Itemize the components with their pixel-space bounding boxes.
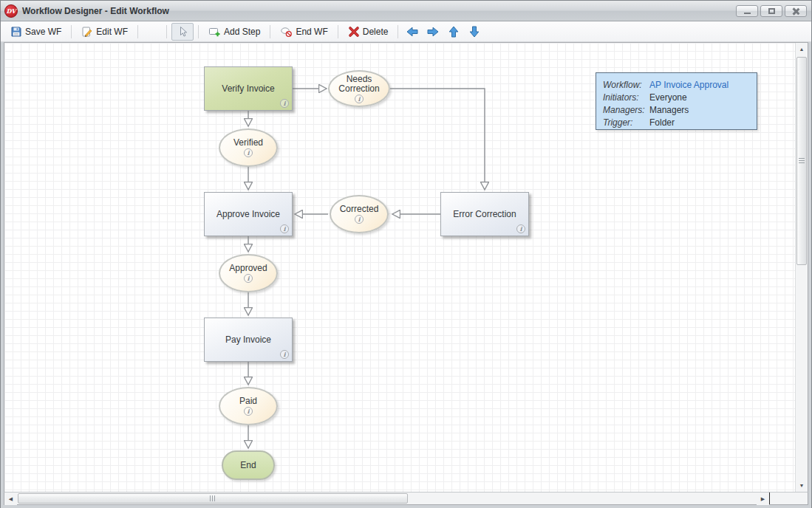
info-label: Workflow: bbox=[603, 80, 649, 90]
info-icon[interactable]: i bbox=[280, 224, 289, 233]
info-icon[interactable]: i bbox=[280, 99, 289, 108]
vertical-scroll-thumb[interactable] bbox=[796, 57, 807, 265]
scrollbar-corner bbox=[769, 492, 808, 504]
vertical-scrollbar[interactable]: ▲ ▼ bbox=[795, 43, 808, 492]
window-frame-bottom bbox=[1, 505, 811, 508]
move-right-button[interactable] bbox=[423, 23, 443, 41]
move-down-button[interactable] bbox=[465, 23, 484, 41]
horizontal-scroll-thumb[interactable] bbox=[18, 493, 408, 504]
node-pay-invoice[interactable]: Pay Invoice i bbox=[204, 318, 293, 362]
info-icon[interactable]: i bbox=[280, 350, 289, 359]
close-icon bbox=[792, 7, 799, 15]
info-icon[interactable]: i bbox=[244, 274, 253, 283]
node-end[interactable]: End bbox=[222, 450, 275, 480]
workflow-info-panel: Workflow: AP Invoice Approval Initiators… bbox=[596, 72, 757, 130]
pencil-document-icon bbox=[81, 26, 93, 38]
delete-label: Delete bbox=[363, 27, 389, 37]
app-logo-icon: DV bbox=[4, 4, 18, 18]
toolbar-separator bbox=[137, 25, 138, 38]
toolbar-separator bbox=[166, 25, 167, 38]
node-corrected[interactable]: Corrected i bbox=[330, 195, 389, 233]
save-wf-label: Save WF bbox=[25, 27, 61, 37]
node-approve-invoice[interactable]: Approve Invoice i bbox=[204, 192, 293, 236]
red-x-icon bbox=[348, 26, 360, 38]
node-paid[interactable]: Paid i bbox=[219, 387, 278, 425]
arrow-up-icon bbox=[448, 26, 460, 38]
window-title: Workflow Designer - Edit Workflow bbox=[22, 6, 736, 16]
node-verify-invoice[interactable]: Verify Invoice i bbox=[204, 66, 293, 111]
move-up-button[interactable] bbox=[444, 23, 463, 41]
toolbar-separator bbox=[198, 25, 199, 38]
toolbar-separator bbox=[71, 25, 72, 38]
floppy-disk-icon bbox=[10, 26, 22, 38]
end-wf-button[interactable]: End WF bbox=[275, 23, 332, 41]
workflow-canvas[interactable]: Verify Invoice i Needs Correction i Veri… bbox=[4, 43, 795, 492]
info-label: Initiators: bbox=[603, 92, 649, 103]
node-label: Verify Invoice bbox=[222, 83, 274, 94]
rectangle-plus-icon bbox=[208, 26, 221, 38]
selection-arrow-icon bbox=[177, 26, 188, 38]
arrow-down-icon bbox=[468, 26, 480, 38]
edit-wf-button[interactable]: Edit WF bbox=[76, 23, 133, 41]
scroll-down-button[interactable]: ▼ bbox=[796, 479, 808, 492]
designer-main: Verify Invoice i Needs Correction i Veri… bbox=[4, 42, 808, 492]
scroll-right-icon: ▶ bbox=[761, 496, 765, 502]
node-approved[interactable]: Approved i bbox=[219, 254, 278, 292]
node-error-correction[interactable]: Error Correction i bbox=[440, 192, 529, 236]
toolbar-separator bbox=[338, 25, 338, 38]
node-label: Approved bbox=[229, 264, 267, 273]
end-wf-label: End WF bbox=[296, 27, 327, 37]
scroll-right-button[interactable]: ▶ bbox=[757, 492, 769, 505]
info-value: Folder bbox=[649, 117, 675, 128]
info-value: Everyone bbox=[649, 92, 687, 103]
move-left-button[interactable] bbox=[403, 23, 422, 41]
scroll-left-icon: ◀ bbox=[9, 496, 13, 502]
maximize-button[interactable] bbox=[760, 5, 782, 17]
info-row-workflow: Workflow: AP Invoice Approval bbox=[603, 78, 750, 91]
edit-wf-label: Edit WF bbox=[96, 27, 128, 37]
info-icon[interactable]: i bbox=[355, 215, 364, 224]
horizontal-scroll-track[interactable] bbox=[17, 492, 757, 504]
workflow-designer-window: DV Workflow Designer - Edit Workflow Sav… bbox=[0, 0, 812, 508]
info-label: Managers: bbox=[603, 105, 649, 115]
node-label: Needs Correction bbox=[330, 75, 389, 94]
info-value: Managers bbox=[649, 105, 689, 115]
workflow-name-link[interactable]: AP Invoice Approval bbox=[649, 80, 729, 90]
connector bbox=[390, 89, 485, 190]
thumb-grip-icon bbox=[210, 495, 216, 501]
info-row-managers: Managers: Managers bbox=[603, 103, 750, 116]
save-wf-button[interactable]: Save WF bbox=[5, 23, 66, 41]
node-label: Paid bbox=[239, 397, 257, 406]
scroll-up-button[interactable]: ▲ bbox=[796, 43, 808, 55]
node-verified[interactable]: Verified i bbox=[219, 128, 278, 167]
node-label: Approve Invoice bbox=[216, 209, 280, 219]
delete-button[interactable]: Delete bbox=[343, 23, 394, 41]
vertical-scroll-track[interactable] bbox=[796, 55, 808, 479]
pointer-tool-button[interactable] bbox=[171, 23, 194, 41]
maximize-icon bbox=[768, 8, 775, 14]
add-step-button[interactable]: Add Step bbox=[203, 23, 265, 41]
info-icon[interactable]: i bbox=[244, 407, 253, 416]
scroll-up-icon: ▲ bbox=[799, 47, 805, 52]
arrow-left-icon bbox=[406, 26, 418, 38]
title-bar[interactable]: DV Workflow Designer - Edit Workflow bbox=[1, 1, 811, 21]
info-icon[interactable]: i bbox=[516, 224, 525, 233]
info-icon[interactable]: i bbox=[355, 95, 364, 103]
node-needs-correction[interactable]: Needs Correction i bbox=[328, 70, 390, 107]
scroll-down-icon: ▼ bbox=[799, 483, 805, 488]
node-label: Corrected bbox=[340, 205, 379, 214]
add-step-label: Add Step bbox=[224, 27, 260, 37]
window-controls bbox=[736, 5, 807, 17]
minimize-button[interactable] bbox=[736, 5, 758, 17]
node-label: Pay Invoice bbox=[225, 334, 271, 345]
close-button[interactable] bbox=[785, 5, 807, 17]
info-row-trigger: Trigger: Folder bbox=[603, 116, 750, 128]
info-icon[interactable]: i bbox=[244, 148, 253, 157]
ellipse-prohibition-icon bbox=[280, 26, 293, 38]
minimize-icon bbox=[744, 13, 751, 14]
info-label: Trigger: bbox=[603, 117, 649, 128]
toolbar-separator bbox=[270, 25, 270, 38]
horizontal-scrollbar[interactable]: ◀ ▶ bbox=[4, 492, 808, 505]
arrow-right-icon bbox=[427, 26, 439, 38]
scroll-left-button[interactable]: ◀ bbox=[4, 492, 17, 505]
